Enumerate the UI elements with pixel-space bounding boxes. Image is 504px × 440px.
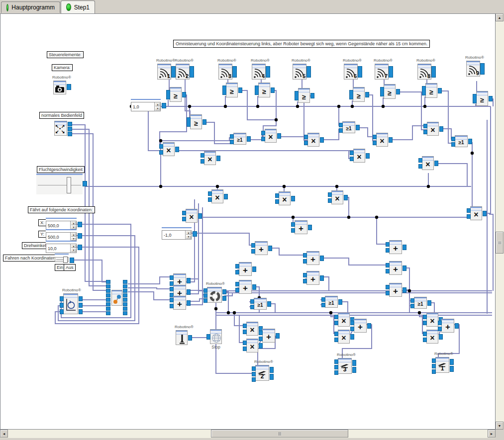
or-gate-block[interactable]: ≥1 [254,298,267,310]
port[interactable] [170,287,174,291]
port[interactable] [171,66,176,78]
port[interactable] [259,343,263,349]
port[interactable] [230,134,234,139]
port[interactable] [268,246,272,251]
port[interactable] [170,304,174,308]
multiply-block[interactable]: × [163,142,175,156]
port[interactable] [410,298,414,303]
port[interactable] [106,280,110,284]
port[interactable] [303,279,307,283]
or-gate-block[interactable]: ≥1 [325,296,338,308]
port[interactable] [423,332,427,336]
port[interactable] [350,327,354,331]
selector-body[interactable] [111,290,122,306]
port[interactable] [106,311,110,315]
multiply-block[interactable]: × [427,122,439,136]
port[interactable] [182,211,186,215]
port[interactable] [60,303,64,308]
spin-up-button[interactable]: ▲ [71,221,76,226]
port[interactable] [373,141,377,145]
port[interactable] [427,300,431,306]
port[interactable] [60,309,64,314]
port[interactable] [334,338,338,342]
port[interactable] [350,151,354,155]
port[interactable] [67,84,71,90]
port[interactable] [123,311,127,315]
port[interactable] [106,293,110,297]
port[interactable] [418,158,422,163]
port[interactable] [270,367,274,373]
port[interactable] [338,299,342,305]
odometry-block[interactable]: Robotino® [63,293,78,314]
port[interactable] [450,366,454,372]
spin-up-button[interactable]: ▲ [71,233,76,237]
port[interactable] [334,315,338,319]
port[interactable] [356,125,360,130]
port[interactable] [216,156,220,161]
text-label[interactable]: Y: [38,231,46,238]
port[interactable] [187,117,191,127]
number-value[interactable]: -1,0 [162,233,185,238]
port[interactable] [320,275,324,281]
multiply-block[interactable]: × [470,206,482,220]
port[interactable] [159,144,163,149]
port[interactable] [198,213,202,219]
port[interactable] [202,119,206,125]
spin-down-button[interactable]: ▼ [71,249,76,253]
text-label[interactable]: Fluchtgeschwindigkeit [37,166,85,173]
port[interactable] [450,359,454,365]
port[interactable] [320,137,324,143]
control-selector-block[interactable] [106,280,128,318]
port[interactable] [166,90,170,99]
spin-down-button[interactable]: ▼ [155,107,160,111]
port[interactable] [438,88,442,93]
port[interactable] [467,214,471,219]
text-label[interactable]: normales Bedienfeld [39,112,84,119]
port[interactable] [106,307,110,311]
greater-equal-block[interactable]: ≥ [258,83,270,97]
number-input[interactable]: 1,0▲▼ [131,99,161,112]
port[interactable] [208,191,212,196]
port[interactable] [222,86,226,95]
port[interactable] [201,153,204,158]
distance-sensor-block-7[interactable]: Robotino®7 [375,64,389,80]
port[interactable] [203,288,207,293]
port[interactable] [235,264,239,268]
or-gate-block[interactable]: ≥1 [455,135,468,147]
port[interactable] [291,222,295,227]
port[interactable] [270,374,274,380]
port[interactable] [68,127,72,131]
text-label[interactable]: Drehwinkel: [22,242,49,249]
port[interactable] [439,334,443,340]
number-value[interactable]: 10,0 [46,246,70,251]
port[interactable] [473,94,477,103]
port[interactable] [235,288,239,292]
number-input[interactable]: 10,0▲▼ [46,241,77,254]
port[interactable] [70,258,74,263]
port[interactable] [304,141,308,145]
port[interactable] [403,265,406,271]
multiply-block[interactable]: × [307,133,319,147]
port[interactable] [483,211,487,216]
add-block[interactable]: + [239,262,252,276]
port[interactable] [60,296,64,301]
port[interactable] [224,194,228,199]
port[interactable] [106,289,110,293]
port[interactable] [389,137,393,143]
port[interactable] [334,359,338,364]
port[interactable] [451,142,455,147]
port[interactable] [350,321,354,325]
port[interactable] [190,66,194,78]
multiply-block[interactable]: × [211,189,223,203]
port[interactable] [276,333,280,339]
port[interactable] [266,66,270,78]
port[interactable] [106,302,110,306]
port[interactable] [123,284,127,288]
port[interactable] [295,91,299,100]
spin-down-button[interactable]: ▼ [186,235,191,240]
port[interactable] [439,126,443,132]
number-value[interactable]: 500,0 [46,223,70,228]
port[interactable] [422,86,426,95]
port[interactable] [386,263,390,267]
drive-to-coordinates-toggle[interactable] [55,254,75,264]
